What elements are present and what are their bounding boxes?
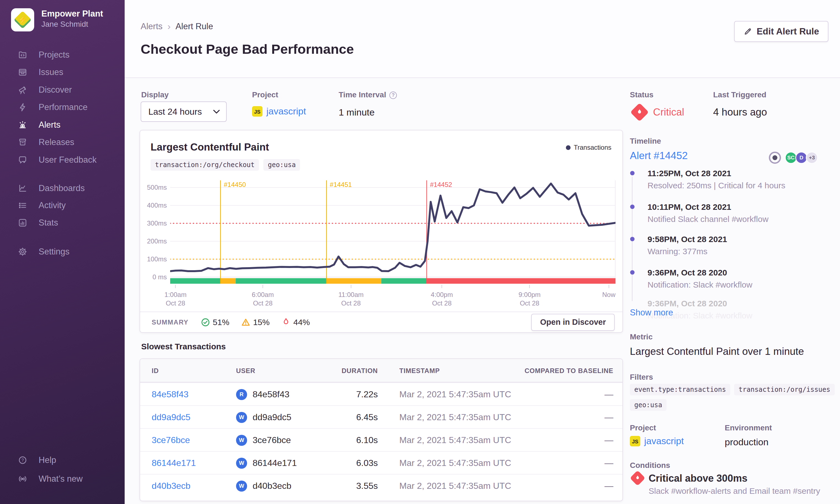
col-duration: DURATION xyxy=(342,359,378,382)
check-circle-icon xyxy=(201,318,210,327)
tag-transaction: transaction:/org/checkout xyxy=(150,159,259,171)
eye-icon[interactable] xyxy=(769,151,781,164)
table-row: 84e58f43 R 84e58f43 7.22s Mar 2, 2021 5:… xyxy=(140,382,622,405)
metric-label: Metric xyxy=(630,332,653,341)
y-axis-label: 0 ms xyxy=(140,273,167,282)
x-axis-label: 1:00amOct 28 xyxy=(152,290,199,307)
activity-bar-ok xyxy=(170,278,220,284)
panel-project-link[interactable]: javascript xyxy=(644,436,684,446)
sidebar-item-alerts[interactable]: Alerts xyxy=(18,117,60,133)
sidebar-item-label: Performance xyxy=(39,102,87,112)
activity-bar-warning xyxy=(220,278,235,284)
sidebar-item-label: What’s new xyxy=(39,474,83,484)
timeline-entry-time: 9:36PM, Oct 28 2020 xyxy=(647,268,727,277)
gear-icon xyxy=(18,247,28,257)
timeline-dot xyxy=(630,204,635,209)
y-axis-label: 100ms xyxy=(140,255,167,264)
timestamp-value: Mar 2, 2021 5:47:35am UTC xyxy=(399,406,511,429)
sidebar-item-dashboards[interactable]: Dashboards xyxy=(18,180,85,196)
discover-icon xyxy=(18,85,28,95)
activity-icon xyxy=(18,200,28,210)
condition-rule: Critical above 300ms xyxy=(649,472,747,484)
page-title: Checkout Page Bad Performance xyxy=(141,41,354,57)
transaction-id-link[interactable]: d40b3ecb xyxy=(152,481,191,491)
status-value: Critical xyxy=(653,106,684,118)
chart-legend: Transactions xyxy=(566,144,612,151)
activity-bar-warning xyxy=(326,278,381,284)
x-axis-tick xyxy=(263,285,263,288)
sidebar-item-discover[interactable]: Discover xyxy=(18,82,72,98)
timeline-label: Timeline xyxy=(630,137,661,146)
breadcrumb-chevron-icon: › xyxy=(167,21,171,32)
incident-marker-label: #14452 xyxy=(430,181,452,188)
chart-summary-footer: SUMMARY 51% 15% 44% Open in Discover xyxy=(140,311,622,332)
filter-tags: event.type:transactions transaction:/org… xyxy=(630,384,840,411)
transaction-id-link[interactable]: 3ce76bce xyxy=(152,435,190,445)
timestamp-value: Mar 2, 2021 5:47:35am UTC xyxy=(399,474,511,498)
legend-label: Transactions xyxy=(574,144,612,151)
col-timestamp: TIMESTAMP xyxy=(399,359,440,382)
breadcrumb: Alerts › Alert Rule xyxy=(141,21,213,32)
help-question-icon[interactable]: ? xyxy=(389,92,397,99)
duration-value: 3.55s xyxy=(356,474,378,498)
user-avatar: R xyxy=(236,389,247,400)
transactions-series-line xyxy=(170,184,615,271)
baseline-value: — xyxy=(605,429,613,452)
org-user: Jane Schmidt xyxy=(41,19,103,29)
alerts-siren-icon xyxy=(18,120,28,130)
transaction-id-link[interactable]: 86144e171 xyxy=(152,458,196,468)
sidebar-item-help[interactable]: ? Help xyxy=(18,452,56,468)
app: ⚡ Empower Plant Jane Schmidt Projects Is… xyxy=(0,0,840,504)
sidebar-item-whats-new[interactable]: What’s new xyxy=(18,471,83,487)
issues-icon xyxy=(18,67,28,77)
sidebar-item-settings[interactable]: Settings xyxy=(18,244,70,260)
x-axis-label: Now xyxy=(586,290,632,299)
empower-plant-logo-icon: ⚡ xyxy=(14,11,32,29)
transaction-id-link[interactable]: 84e58f43 xyxy=(152,389,189,399)
metric-value: Largest Contentful Paint over 1 minute xyxy=(630,346,839,357)
sidebar-item-projects[interactable]: Projects xyxy=(18,47,70,63)
org-switcher[interactable]: ⚡ Empower Plant Jane Schmidt xyxy=(11,8,103,32)
filter-tag: geo:usa xyxy=(630,399,666,411)
sidebar-item-user-feedback[interactable]: User Feedback xyxy=(18,152,96,168)
sidebar-item-activity[interactable]: Activity xyxy=(18,197,66,213)
legend-dot-icon xyxy=(566,145,571,150)
sidebar-item-stats[interactable]: Stats xyxy=(18,215,58,231)
last-triggered-value: 4 hours ago xyxy=(713,106,767,118)
display-range-dropdown[interactable]: Last 24 hours xyxy=(141,102,227,122)
org-logo: ⚡ xyxy=(11,8,34,32)
sidebar-item-label: Projects xyxy=(39,50,70,60)
activity-bar-ok xyxy=(381,278,427,284)
chart-tags: transaction:/org/checkout geo:usa xyxy=(150,159,300,171)
sidebar-item-issues[interactable]: Issues xyxy=(18,64,64,80)
slowest-transactions-title: Slowest Transactions xyxy=(141,342,226,351)
sidebar-item-label: Dashboards xyxy=(39,183,85,193)
col-id: ID xyxy=(152,359,159,382)
svg-text:?: ? xyxy=(21,458,24,463)
display-label: Display xyxy=(141,90,169,99)
transaction-id-link[interactable]: dd9a9dc5 xyxy=(152,412,191,422)
sidebar-item-performance[interactable]: Performance xyxy=(18,99,87,115)
timeline-entry-desc: Resolved: 250ms | Critical for 4 hours xyxy=(647,181,785,190)
summary-ok-stat: 51% xyxy=(201,318,229,327)
sidebar-item-label: User Feedback xyxy=(39,155,96,165)
edit-alert-rule-button[interactable]: Edit Alert Rule xyxy=(734,21,828,42)
timestamp-value: Mar 2, 2021 5:47:35am UTC xyxy=(399,452,511,474)
project-javascript-link[interactable]: javascript xyxy=(266,106,306,116)
x-axis-tick xyxy=(351,285,351,288)
breadcrumb-alerts-link[interactable]: Alerts xyxy=(141,21,162,32)
environment-label: Environment xyxy=(725,424,772,432)
sidebar-item-releases[interactable]: Releases xyxy=(18,134,74,150)
lcp-chart-plot[interactable]: #14450#14451#14452 xyxy=(170,180,615,284)
user-name: 84e58f43 xyxy=(253,383,289,406)
avatar-badge-more[interactable]: +3 xyxy=(806,151,818,164)
show-more-link[interactable]: Show more xyxy=(630,308,673,318)
open-in-discover-button[interactable]: Open in Discover xyxy=(531,314,615,331)
timeline-alert-link[interactable]: Alert #14452 xyxy=(630,150,688,162)
help-icon: ? xyxy=(18,455,28,465)
sidebar-item-label: Alerts xyxy=(39,120,60,130)
time-interval-value: 1 minute xyxy=(339,107,375,118)
y-axis-label: 400ms xyxy=(140,201,167,210)
chart-title: Largest Contentful Paint xyxy=(150,141,269,153)
fire-icon xyxy=(281,318,291,327)
